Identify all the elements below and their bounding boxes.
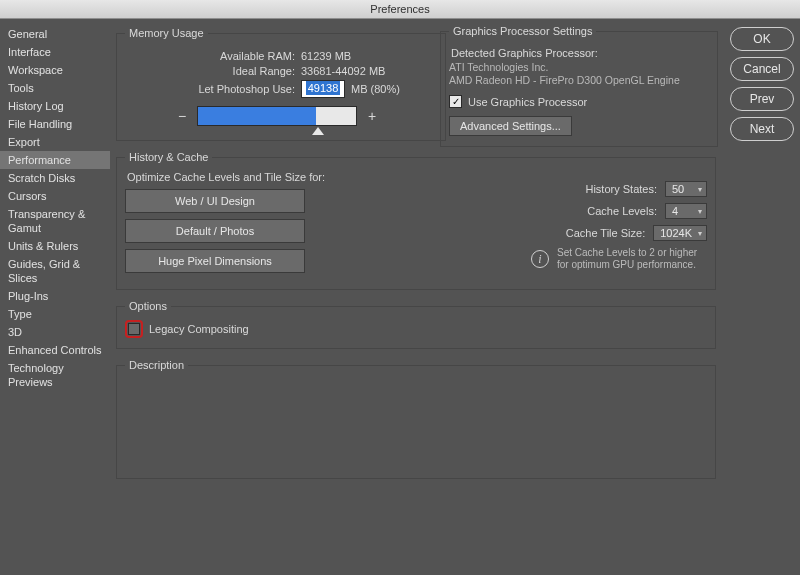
ideal-range-value: 33681-44092 MB (301, 65, 385, 77)
cache-levels-label: Cache Levels: (587, 205, 657, 217)
use-gpu-checkbox[interactable]: ✓ (449, 95, 462, 108)
sidebar-item-technology-previews[interactable]: Technology Previews (0, 359, 110, 391)
highlight-circle (125, 320, 143, 338)
memory-legend: Memory Usage (125, 27, 208, 39)
memory-decrease-icon[interactable]: − (175, 109, 189, 123)
sidebar-item-plug-ins[interactable]: Plug-Ins (0, 287, 110, 305)
gpu-detected-label: Detected Graphics Processor: (451, 47, 709, 59)
memory-slider-thumb[interactable] (312, 127, 324, 135)
ideal-range-label: Ideal Range: (125, 65, 295, 77)
memory-slider[interactable] (197, 106, 357, 126)
history-cache-legend: History & Cache (125, 151, 212, 163)
sidebar-item-workspace[interactable]: Workspace (0, 61, 110, 79)
cache-tile-select[interactable]: 1024K▾ (653, 225, 707, 241)
let-use-input[interactable]: 49138 (301, 80, 345, 98)
legacy-compositing-checkbox[interactable] (128, 323, 140, 335)
gpu-advanced-button[interactable]: Advanced Settings... (449, 116, 572, 136)
preset-default-photos[interactable]: Default / Photos (125, 219, 305, 243)
gpu-panel: Graphics Processor Settings Detected Gra… (440, 25, 718, 147)
sidebar-item-performance[interactable]: Performance (0, 151, 110, 169)
cache-levels-select[interactable]: 4▾ (665, 203, 707, 219)
sidebar-item-interface[interactable]: Interface (0, 43, 110, 61)
cancel-button[interactable]: Cancel (730, 57, 794, 81)
sidebar-item-transparency-gamut[interactable]: Transparency & Gamut (0, 205, 110, 237)
description-legend: Description (125, 359, 188, 371)
sidebar-item-history-log[interactable]: History Log (0, 97, 110, 115)
sidebar-item-cursors[interactable]: Cursors (0, 187, 110, 205)
gpu-model: AMD Radeon HD - FirePro D300 OpenGL Engi… (449, 74, 709, 87)
cache-tile-label: Cache Tile Size: (566, 227, 645, 239)
sidebar-item-type[interactable]: Type (0, 305, 110, 323)
sidebar-item-tools[interactable]: Tools (0, 79, 110, 97)
available-ram-label: Available RAM: (125, 50, 295, 62)
gpu-vendor: ATI Technologies Inc. (449, 61, 709, 74)
sidebar-item-3d[interactable]: 3D (0, 323, 110, 341)
chevron-down-icon: ▾ (698, 229, 702, 238)
sidebar: GeneralInterfaceWorkspaceToolsHistory Lo… (0, 19, 110, 575)
memory-increase-icon[interactable]: + (365, 109, 379, 123)
preset-web-ui-design[interactable]: Web / UI Design (125, 189, 305, 213)
sidebar-item-file-handling[interactable]: File Handling (0, 115, 110, 133)
sidebar-item-export[interactable]: Export (0, 133, 110, 151)
window-title: Preferences (370, 3, 429, 15)
use-gpu-label: Use Graphics Processor (468, 96, 587, 108)
sidebar-item-units-rulers[interactable]: Units & Rulers (0, 237, 110, 255)
history-states-select[interactable]: 50▾ (665, 181, 707, 197)
let-use-label: Let Photoshop Use: (125, 83, 295, 95)
legacy-compositing-label: Legacy Compositing (149, 323, 249, 335)
sidebar-item-guides-grid-slices[interactable]: Guides, Grid & Slices (0, 255, 110, 287)
prev-button[interactable]: Prev (730, 87, 794, 111)
cache-info-text: Set Cache Levels to 2 or higher for opti… (557, 247, 707, 271)
history-states-label: History States: (585, 183, 657, 195)
dialog-buttons: OK Cancel Prev Next (730, 27, 794, 141)
sidebar-item-scratch-disks[interactable]: Scratch Disks (0, 169, 110, 187)
gpu-legend: Graphics Processor Settings (449, 25, 596, 37)
chevron-down-icon: ▾ (698, 207, 702, 216)
let-use-suffix: MB (80%) (351, 83, 400, 95)
available-ram-value: 61239 MB (301, 50, 351, 62)
memory-slider-fill (198, 107, 316, 125)
info-icon: i (531, 250, 549, 268)
titlebar: Preferences (0, 0, 800, 19)
next-button[interactable]: Next (730, 117, 794, 141)
chevron-down-icon: ▾ (698, 185, 702, 194)
optimize-caption: Optimize Cache Levels and Tile Size for: (127, 171, 335, 183)
sidebar-item-general[interactable]: General (0, 25, 110, 43)
ok-button[interactable]: OK (730, 27, 794, 51)
preset-huge-pixel-dimensions[interactable]: Huge Pixel Dimensions (125, 249, 305, 273)
options-legend: Options (125, 300, 171, 312)
sidebar-item-enhanced-controls[interactable]: Enhanced Controls (0, 341, 110, 359)
